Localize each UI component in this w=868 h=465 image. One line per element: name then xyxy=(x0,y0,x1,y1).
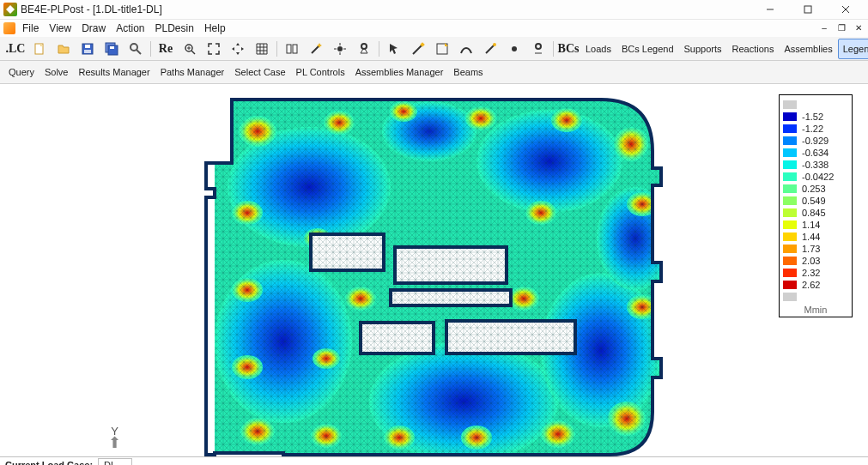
refresh-button[interactable]: Re xyxy=(154,39,178,58)
app-icon xyxy=(3,3,17,16)
menu-pldesin[interactable]: PLDesin xyxy=(150,21,199,36)
menu-view[interactable]: View xyxy=(44,21,76,36)
select-arrow-icon[interactable] xyxy=(382,39,406,58)
menu-file[interactable]: File xyxy=(17,21,44,36)
grid-icon[interactable] xyxy=(250,39,274,58)
cmd-results-manager[interactable]: Results Manager xyxy=(74,62,155,82)
legend-swatch xyxy=(783,184,797,193)
legend-value: 2.62 xyxy=(802,280,820,290)
legend-row: -0.634 xyxy=(783,147,848,159)
close-button[interactable] xyxy=(827,0,865,19)
legend-cap-top xyxy=(783,99,848,111)
contour-plot xyxy=(0,84,868,456)
pan-icon[interactable] xyxy=(226,39,250,58)
legend-row: 0.845 xyxy=(783,207,848,219)
node-icon[interactable] xyxy=(328,39,352,58)
legend-row: 2.03 xyxy=(783,255,848,267)
legend-value: -0.338 xyxy=(802,160,829,170)
legend-value: -1.22 xyxy=(802,124,823,134)
legend-row: -0.929 xyxy=(783,135,848,147)
legend-row: 0.253 xyxy=(783,183,848,195)
contour-viewport[interactable]: -1.52-1.22-0.929-0.634-0.338-0.04220.253… xyxy=(0,84,868,456)
cmd-select-case[interactable]: Select Case xyxy=(229,62,290,82)
legend-row: -1.52 xyxy=(783,111,848,123)
svg-point-16 xyxy=(493,43,496,46)
legend-value: 0.253 xyxy=(802,184,826,194)
tool-bcs-legend[interactable]: BCs Legend xyxy=(616,39,679,59)
legend-swatch xyxy=(783,148,797,157)
legend-cap-bottom xyxy=(783,291,848,303)
maximize-button[interactable] xyxy=(789,0,827,19)
tool-supports[interactable]: Supports xyxy=(679,39,727,59)
mdi-minimize-button[interactable]: – xyxy=(816,21,832,34)
legend-swatch xyxy=(783,112,797,121)
cmd-assemblies-manager[interactable]: Assemblies Manager xyxy=(350,62,449,82)
legend-swatch xyxy=(783,232,797,241)
legend-swatch xyxy=(783,208,797,217)
tool-assemblies[interactable]: Assemblies xyxy=(779,39,837,59)
svg-point-18 xyxy=(536,44,541,49)
svg-point-13 xyxy=(361,44,367,49)
legend-row: 2.62 xyxy=(783,279,848,291)
document-icon xyxy=(3,22,15,34)
svg-rect-3 xyxy=(85,45,90,48)
svg-point-8 xyxy=(131,44,137,51)
status-bar: Current Load Case: DL xyxy=(0,456,868,465)
path-icon[interactable] xyxy=(454,39,478,58)
open-icon[interactable] xyxy=(52,39,76,58)
legend-row: 1.44 xyxy=(783,231,848,243)
menu-action[interactable]: Action xyxy=(111,21,149,36)
zoom-extent-icon[interactable] xyxy=(202,39,226,58)
secondary-toolbar: QuerySolveResults ManagerPaths ManagerSe… xyxy=(0,61,868,84)
assembly-icon[interactable] xyxy=(280,39,304,58)
bcs-button[interactable]: BCs xyxy=(556,39,580,58)
window-title: BE4E-PLPost - [1.DL-title1-DL] xyxy=(21,3,162,15)
tool-reactions[interactable]: Reactions xyxy=(727,39,780,59)
legend-value: -0.929 xyxy=(802,136,829,146)
legend-value: 1.44 xyxy=(802,232,820,242)
wand-icon[interactable] xyxy=(304,39,328,58)
legend-swatch xyxy=(783,196,797,205)
edit-line-icon[interactable] xyxy=(406,39,430,58)
legend-row: -0.338 xyxy=(783,159,848,171)
legend-value: 0.549 xyxy=(802,196,826,206)
restraint-icon[interactable] xyxy=(352,39,376,58)
legend-row: 1.73 xyxy=(783,243,848,255)
edit-area-icon[interactable] xyxy=(430,39,454,58)
new-icon[interactable] xyxy=(27,39,52,58)
save-icon[interactable] xyxy=(76,39,100,58)
legend-value: -0.0422 xyxy=(802,172,834,182)
svg-rect-0 xyxy=(804,6,811,13)
cmd-solve[interactable]: Solve xyxy=(39,62,74,82)
search-icon[interactable] xyxy=(124,39,148,58)
tool-loads[interactable]: Loads xyxy=(580,39,616,59)
lc-button[interactable]: .LC xyxy=(3,39,27,58)
svg-point-17 xyxy=(512,46,517,51)
cmd-paths-manager[interactable]: Paths Manager xyxy=(155,62,230,82)
legend-row: -1.22 xyxy=(783,123,848,135)
menu-help[interactable]: Help xyxy=(199,21,231,36)
legend-caption: Mmin xyxy=(783,305,848,315)
zoom-window-icon[interactable] xyxy=(178,39,202,58)
cmd-pl-controls[interactable]: PL Controls xyxy=(291,62,350,82)
tool-legend[interactable]: Legend xyxy=(838,39,868,59)
legend-row: 2.32 xyxy=(783,267,848,279)
minimize-button[interactable] xyxy=(751,0,789,19)
svg-rect-54 xyxy=(215,93,678,456)
cmd-query[interactable]: Query xyxy=(3,62,39,82)
legend-value: 2.03 xyxy=(802,256,820,266)
color-legend: -1.52-1.22-0.929-0.634-0.338-0.04220.253… xyxy=(779,94,853,317)
cmd-beams[interactable]: Beams xyxy=(448,62,488,82)
legend-value: -1.52 xyxy=(802,112,823,122)
mdi-close-button[interactable]: ✕ xyxy=(851,21,866,34)
menu-bar: FileViewDrawActionPLDesinHelp – ❐ ✕ xyxy=(0,20,868,38)
save-all-icon[interactable] xyxy=(100,39,124,58)
menu-draw[interactable]: Draw xyxy=(76,21,111,36)
wand2-icon[interactable] xyxy=(478,39,502,58)
restraint2-icon[interactable] xyxy=(526,39,550,58)
node2-icon[interactable] xyxy=(502,39,526,58)
legend-value: 1.14 xyxy=(802,220,820,230)
legend-value: -0.634 xyxy=(802,148,829,158)
legend-swatch xyxy=(783,124,797,133)
mdi-restore-button[interactable]: ❐ xyxy=(834,21,849,34)
